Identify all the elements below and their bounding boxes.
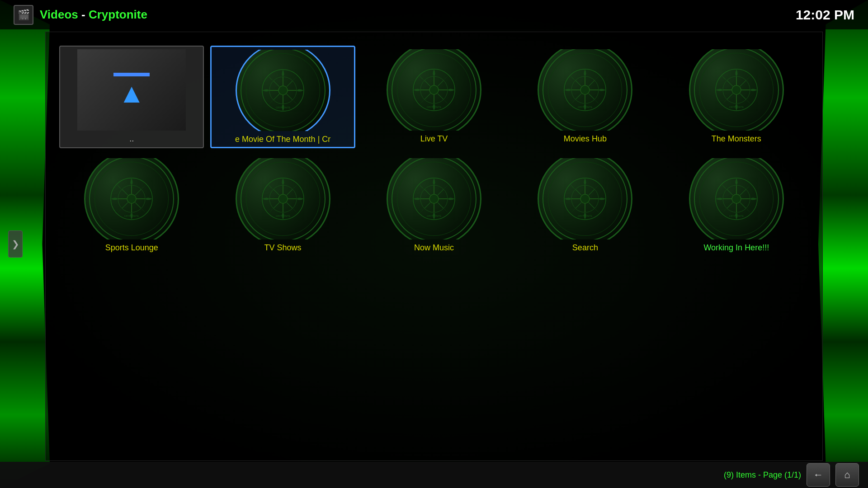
cryptonite-logo-monsters: CRYPTONITE [689, 49, 784, 131]
bg-right-decoration [818, 0, 868, 488]
svg-point-12 [413, 69, 455, 111]
svg-point-26 [580, 85, 590, 94]
grid-item-up-dir[interactable]: ▲ .. [59, 46, 204, 148]
item-thumb-now-music: CRYPTONITE [380, 158, 488, 239]
svg-point-36 [716, 69, 757, 111]
grid-item-movie-month[interactable]: CRYPTONITE e Movie Of The Month | Cr [210, 46, 355, 148]
svg-point-24 [564, 69, 606, 111]
content-grid: ▲ .. [55, 41, 813, 261]
svg-point-85 [571, 185, 599, 212]
logo-svg-working-here: CRYPTONITE [714, 176, 759, 221]
logo-svg-monsters: CRYPTONITE [714, 67, 759, 113]
app-icon: 🎬 [14, 5, 33, 25]
svg-line-68 [287, 202, 292, 208]
svg-line-103 [727, 189, 733, 195]
grid-item-sports-lounge[interactable]: CRYPTONITE Sports Lounge [59, 155, 204, 256]
svg-line-31 [576, 80, 581, 86]
svg-point-97 [723, 185, 750, 212]
item-thumb-tv-shows: CRYPTONITE [229, 158, 337, 239]
svg-text:CRYPTONITE: CRYPTONITE [276, 215, 291, 217]
svg-line-67 [274, 189, 279, 195]
svg-point-2 [278, 86, 288, 95]
page-info: (9) Items - Page (1/1) [724, 470, 801, 480]
item-label-up-dir: .. [129, 134, 134, 144]
item-thumb-monsters: CRYPTONITE [682, 49, 791, 131]
svg-text:CRYPTONITE: CRYPTONITE [276, 106, 291, 109]
header-bar: 🎬 Videos - Cryptonite 12:02 PM [0, 0, 868, 29]
svg-text:CRYPTONITE: CRYPTONITE [729, 106, 744, 108]
grid-item-search[interactable]: CRYPTONITE Search [513, 155, 657, 256]
svg-point-96 [716, 178, 757, 220]
up-arrow-thumb: ▲ [77, 49, 186, 131]
svg-line-22 [425, 94, 430, 99]
item-label-now-music: Now Music [414, 243, 454, 253]
svg-line-9 [287, 81, 292, 87]
svg-line-7 [274, 81, 279, 87]
side-nav-arrow[interactable]: ❯ [8, 230, 23, 258]
svg-line-105 [740, 189, 746, 195]
svg-point-61 [269, 185, 297, 212]
grid-item-now-music[interactable]: CRYPTONITE Now Music [362, 155, 506, 256]
plugin-name: Cryptonite [89, 8, 147, 21]
logo-svg-live-tv: CRYPTONITE [411, 67, 457, 113]
logo-svg-sports-lounge: CRYPTONITE [109, 176, 154, 221]
item-label-sports-lounge: Sports Lounge [105, 243, 158, 253]
home-icon: ⌂ [844, 469, 850, 481]
svg-point-0 [262, 70, 304, 111]
items-suffix: ) [798, 470, 801, 479]
svg-line-55 [122, 189, 128, 195]
clock: 12:02 PM [796, 7, 854, 23]
svg-line-92 [589, 202, 594, 208]
separator: - [81, 8, 89, 21]
svg-point-13 [420, 76, 448, 103]
grid-item-movies-hub[interactable]: CRYPTONITE Movies Hub [513, 46, 657, 148]
item-label-movies-hub: Movies Hub [564, 134, 607, 144]
svg-point-14 [429, 85, 439, 94]
app-title: Videos - Cryptonite [40, 8, 147, 22]
grid-item-live-tv[interactable]: CRYPTONITE Live TV [362, 46, 506, 148]
svg-line-58 [122, 202, 128, 208]
page-current: 1 [787, 470, 792, 479]
svg-line-57 [135, 189, 141, 195]
grid-item-monsters[interactable]: CRYPTONITE The Monsters [664, 46, 809, 148]
svg-text:CRYPTONITE: CRYPTONITE [578, 215, 593, 217]
svg-line-106 [727, 202, 733, 208]
svg-line-32 [589, 94, 594, 99]
bg-left-decoration [0, 0, 50, 488]
svg-line-69 [287, 189, 292, 195]
svg-point-50 [127, 194, 136, 203]
svg-text:CRYPTONITE: CRYPTONITE [729, 215, 744, 217]
logo-svg-tv-shows: CRYPTONITE [260, 176, 306, 221]
home-button[interactable]: ⌂ [835, 463, 859, 487]
svg-line-94 [576, 202, 581, 208]
svg-line-81 [438, 189, 443, 195]
svg-point-74 [429, 194, 439, 203]
svg-line-91 [576, 189, 581, 195]
item-label-working-here: Working In Here!!! [703, 243, 769, 253]
svg-line-82 [425, 202, 430, 208]
item-thumb-working-here: CRYPTONITE [682, 158, 791, 239]
main-content-area: ▲ .. [45, 32, 823, 461]
cryptonite-logo-now-music: CRYPTONITE [387, 158, 481, 239]
svg-point-98 [732, 194, 741, 203]
logo-svg-movies-hub: CRYPTONITE [562, 67, 608, 113]
back-button[interactable]: ← [807, 463, 830, 487]
svg-line-10 [274, 94, 279, 100]
grid-item-tv-shows[interactable]: CRYPTONITE TV Shows [210, 155, 355, 256]
up-arrow-bar [113, 73, 150, 76]
svg-point-25 [571, 76, 599, 103]
svg-text:CRYPTONITE: CRYPTONITE [427, 106, 442, 108]
item-thumb-sports-lounge: CRYPTONITE [77, 158, 186, 239]
header-left: 🎬 Videos - Cryptonite [14, 5, 147, 25]
svg-point-60 [262, 178, 304, 220]
svg-line-20 [438, 94, 443, 99]
item-label-monsters: The Monsters [712, 134, 761, 144]
svg-line-34 [576, 94, 581, 99]
grid-item-working-here[interactable]: CRYPTONITE Working In Here!!! [664, 155, 809, 256]
logo-svg-now-music: CRYPTONITE [411, 176, 457, 221]
svg-point-1 [269, 77, 297, 104]
chevron-right-icon: ❯ [12, 239, 19, 249]
svg-line-44 [740, 94, 746, 99]
svg-point-49 [118, 185, 145, 212]
svg-line-21 [438, 80, 443, 86]
